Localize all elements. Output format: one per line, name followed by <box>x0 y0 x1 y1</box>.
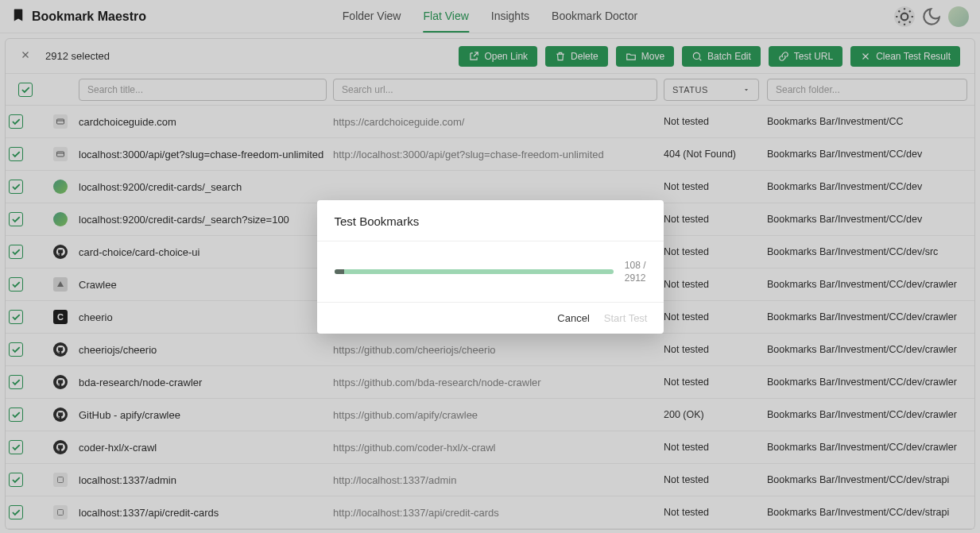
cancel-button[interactable]: Cancel <box>557 312 589 324</box>
progress-text: 108 / 2912 <box>625 259 646 284</box>
modal-title: Test Bookmarks <box>317 200 664 241</box>
test-bookmarks-modal: Test Bookmarks 108 / 2912 Cancel Start T… <box>317 200 664 334</box>
progress-bar <box>335 269 614 274</box>
modal-overlay: Test Bookmarks 108 / 2912 Cancel Start T… <box>0 0 980 533</box>
start-test-button: Start Test <box>604 312 648 324</box>
